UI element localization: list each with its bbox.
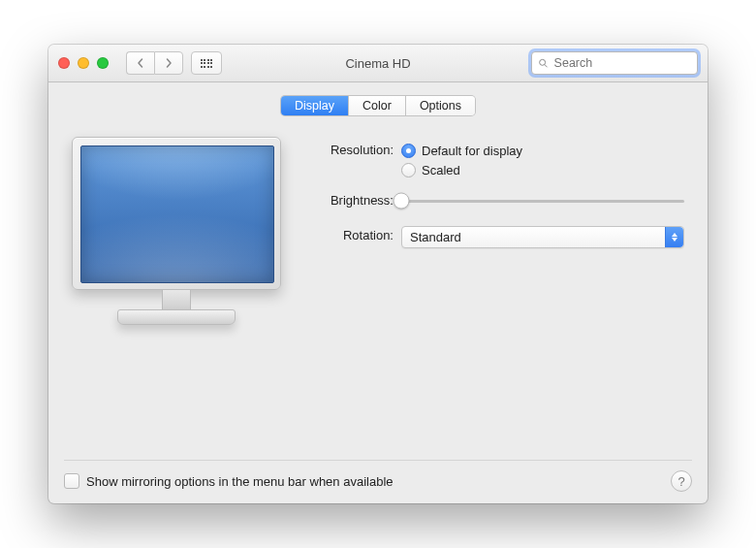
back-button[interactable] [126,51,154,75]
chevron-left-icon [136,58,145,68]
svg-line-1 [545,65,547,67]
resolution-scaled-label: Scaled [422,163,460,177]
resolution-default-label: Default for display [422,144,522,158]
footer: Show mirroring options in the menu bar w… [64,460,692,492]
close-window-button[interactable] [58,57,70,69]
monitor-base [117,309,236,325]
monitor-neck [162,290,191,309]
titlebar: Cinema HD [48,45,708,82]
brightness-row: Brightness: [316,191,684,210]
slider-thumb[interactable] [394,193,410,210]
resolution-default-option[interactable]: Default for display [401,141,684,160]
slider-track [401,200,684,203]
resolution-scaled-option[interactable]: Scaled [401,160,684,179]
forward-button[interactable] [154,51,183,75]
radio-selected-icon [401,144,416,158]
search-input[interactable] [552,55,691,71]
zoom-window-button[interactable] [97,57,109,69]
minimize-window-button[interactable] [78,57,89,69]
brightness-label: Brightness: [316,191,401,210]
window-controls [58,57,109,69]
rotation-popup[interactable]: Standard [401,226,684,248]
search-field-wrap[interactable] [531,51,698,75]
resolution-row: Resolution: Default for display Scaled [316,141,684,179]
rotation-value: Standard [410,230,461,244]
rotation-label: Rotation: [316,226,401,248]
display-panel: Resolution: Default for display Scaled [64,137,692,325]
settings-column: Resolution: Default for display Scaled [316,137,684,325]
show-all-button[interactable] [191,51,222,75]
mirroring-checkbox[interactable] [64,473,79,489]
monitor-illustration [72,137,281,325]
mirroring-label: Show mirroring options in the menu bar w… [86,474,394,489]
brightness-slider[interactable] [401,191,684,210]
search-icon [538,57,549,69]
content-area: Display Color Options Resolution: [48,82,708,503]
tab-options[interactable]: Options [406,96,475,115]
nav-back-forward [126,51,183,75]
tab-color[interactable]: Color [349,96,406,115]
chevron-right-icon [164,58,173,68]
resolution-label: Resolution: [316,141,401,179]
tab-bar: Display Color Options [281,96,475,115]
grid-icon [201,59,213,68]
help-button[interactable]: ? [671,470,692,492]
popup-arrows-icon [665,227,683,247]
rotation-row: Rotation: Standard [316,226,684,248]
radio-unselected-icon [401,163,416,177]
monitor-bezel [72,137,281,290]
tab-display[interactable]: Display [281,96,349,115]
monitor-screen [80,145,274,283]
displays-preferences-window: Cinema HD Display Color Options [48,45,708,503]
